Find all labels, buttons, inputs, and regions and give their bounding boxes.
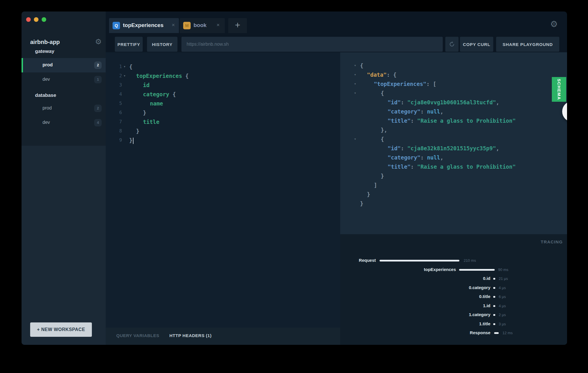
editor-line[interactable]: 8} bbox=[106, 126, 340, 136]
response-line: "title": "Raise a glass to Prohibition" bbox=[340, 162, 567, 171]
sidebar-item-database-dev[interactable]: dev 4 bbox=[22, 116, 106, 130]
fold-arrow-icon[interactable]: ▾ bbox=[354, 134, 356, 144]
sidebar-item-gateway-prod[interactable]: prod 2 bbox=[22, 58, 106, 72]
http-headers-tab[interactable]: HTTP HEADERS (1) bbox=[169, 333, 212, 338]
trace-row: 1.category2 µs bbox=[340, 311, 567, 320]
line-number: 2 bbox=[111, 71, 122, 80]
code-text: "topExperiences": [ bbox=[374, 79, 436, 89]
code-text: { bbox=[360, 61, 363, 70]
new-workspace-button[interactable]: + NEW WORKSPACE bbox=[30, 322, 92, 337]
code-text: title bbox=[143, 117, 159, 126]
editor-line[interactable]: 9} bbox=[106, 136, 340, 145]
query-variables-tab[interactable]: QUERY VARIABLES bbox=[116, 333, 159, 338]
env-count-badge: 4 bbox=[94, 119, 102, 126]
close-tab-icon[interactable]: × bbox=[216, 22, 220, 28]
env-label: prod bbox=[42, 105, 52, 111]
response-line: "category": null, bbox=[340, 153, 567, 162]
editor-line[interactable]: 7title bbox=[106, 117, 340, 126]
code-text: { bbox=[129, 62, 132, 71]
response-line: "title": "Raise a glass to Prohibition" bbox=[340, 116, 567, 125]
code-text: } bbox=[129, 136, 134, 145]
trace-row: Response12 ms bbox=[340, 329, 567, 338]
minimize-window-icon[interactable] bbox=[34, 17, 38, 22]
code-text: "category": null, bbox=[388, 153, 444, 162]
close-tab-icon[interactable]: × bbox=[172, 22, 175, 28]
trace-row: 1.id4 µs bbox=[340, 302, 567, 311]
zoom-window-icon[interactable] bbox=[42, 17, 46, 22]
code-text: { bbox=[381, 89, 384, 98]
code-text: topExperiences { bbox=[136, 71, 189, 80]
editor-line[interactable]: 3id bbox=[106, 80, 340, 90]
tab-label: book bbox=[194, 22, 206, 28]
trace-label: 1.title bbox=[479, 321, 490, 326]
code-text: ] bbox=[374, 180, 377, 190]
fold-arrow-icon[interactable]: ▾ bbox=[123, 71, 126, 80]
env-label: prod bbox=[42, 62, 53, 68]
share-playground-button[interactable]: SHARE PLAYGROUND bbox=[496, 37, 559, 52]
code-text: id bbox=[143, 80, 150, 90]
line-number: 1 bbox=[111, 62, 122, 71]
fold-arrow-icon[interactable]: ▾ bbox=[354, 70, 356, 79]
sidebar-item-database-prod[interactable]: prod 2 bbox=[22, 101, 106, 116]
code-text: name bbox=[150, 99, 163, 108]
tracing-title: TRACING bbox=[541, 239, 563, 244]
playground-window: airbnb-app ⚙ gateway prod 2 dev 1 databa… bbox=[22, 11, 567, 345]
window-controls bbox=[26, 17, 61, 22]
trace-label: topExperiences bbox=[424, 267, 456, 272]
trace-row: Request210 ms bbox=[340, 256, 567, 265]
response-line: ▾{ bbox=[340, 89, 567, 98]
copy-curl-button[interactable]: COPY CURL bbox=[460, 37, 493, 52]
schema-sidebar-tab[interactable]: SCHEMA bbox=[552, 77, 566, 102]
settings-gear-icon[interactable]: ⚙ bbox=[550, 19, 558, 29]
trace-label: Request bbox=[359, 258, 376, 263]
workspace-settings-gear-icon[interactable]: ⚙ bbox=[95, 38, 102, 45]
fold-arrow-icon[interactable]: ▾ bbox=[354, 79, 356, 89]
close-window-icon[interactable] bbox=[26, 17, 31, 22]
sidebar-item-gateway-dev[interactable]: dev 1 bbox=[22, 72, 106, 87]
trace-duration-dot bbox=[493, 296, 495, 298]
endpoint-url-input[interactable] bbox=[181, 37, 443, 52]
fold-arrow-icon[interactable]: ▾ bbox=[354, 61, 356, 70]
response-line: "category": null, bbox=[340, 107, 567, 116]
prettify-button[interactable]: PRETTIFY bbox=[115, 37, 143, 52]
fold-arrow-icon[interactable]: ▾ bbox=[354, 89, 356, 98]
editor-bottom-bar: QUERY VARIABLES HTTP HEADERS (1) bbox=[106, 328, 340, 345]
trace-duration-dot bbox=[493, 323, 495, 325]
new-tab-button[interactable]: + bbox=[228, 18, 247, 33]
trace-duration-dot bbox=[493, 278, 495, 280]
trace-label: 0.category bbox=[469, 285, 490, 290]
editor-line[interactable]: 5name bbox=[106, 99, 340, 108]
code-text: "title": "Raise a glass to Prohibition" bbox=[388, 162, 516, 171]
code-text: } bbox=[360, 199, 363, 208]
trace-duration-dot bbox=[493, 287, 495, 289]
code-text: "category": null, bbox=[388, 107, 444, 116]
tab-topexperiences[interactable]: Q topExperiences × bbox=[109, 18, 179, 33]
line-number: 3 bbox=[111, 80, 122, 90]
editor-line[interactable]: 6} bbox=[106, 108, 340, 117]
text-cursor bbox=[133, 138, 134, 144]
tab-label: topExperiences bbox=[123, 22, 164, 28]
sidebar-group-database: database bbox=[35, 93, 56, 98]
trace-row: 0.category4 µs bbox=[340, 284, 567, 293]
line-number: 6 bbox=[111, 108, 122, 117]
editor-line[interactable]: 1▾{ bbox=[106, 62, 340, 71]
history-button[interactable]: HISTORY bbox=[147, 37, 177, 52]
line-number: 4 bbox=[111, 90, 122, 99]
code-text: } bbox=[367, 190, 370, 199]
editor-line[interactable]: 4category { bbox=[106, 90, 340, 99]
response-line: ▾"data": { bbox=[340, 70, 567, 79]
trace-duration-dot bbox=[493, 305, 495, 307]
editor-line[interactable]: 2▾topExperiences { bbox=[106, 71, 340, 80]
code-text: { bbox=[381, 134, 384, 144]
tab-book[interactable]: M book × bbox=[180, 18, 225, 33]
env-label: dev bbox=[42, 120, 50, 125]
code-text: }, bbox=[381, 125, 387, 134]
code-text: "id": "cja8e0vvg1b060156al3tucfd", bbox=[388, 98, 499, 107]
reload-schema-button[interactable] bbox=[445, 37, 459, 52]
fold-arrow-icon[interactable]: ▾ bbox=[123, 62, 126, 71]
trace-label: 1.id bbox=[483, 303, 490, 308]
sidebar-group-gateway: gateway bbox=[35, 49, 54, 54]
trace-time: 3 µs bbox=[499, 322, 506, 326]
trace-duration-bar bbox=[494, 332, 499, 334]
query-editor[interactable]: 1▾{2▾topExperiences {3id4category {5name… bbox=[106, 52, 340, 345]
